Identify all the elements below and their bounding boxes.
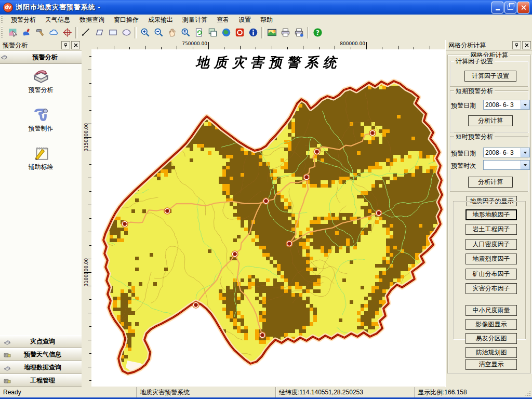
stop-icon [235, 28, 245, 37]
menu-item-3[interactable]: 窗口操作 [109, 15, 143, 25]
panel-close-button[interactable] [522, 41, 531, 49]
tool-item-2[interactable]: 辅助标绘 [0, 144, 82, 171]
ruler-tick [88, 340, 91, 340]
map-layer-button-1[interactable]: 影像图显示 [466, 319, 517, 330]
globe-button[interactable] [220, 26, 232, 39]
factor-settings-button[interactable]: 计算因子设置 [464, 71, 516, 82]
close-button[interactable] [517, 2, 529, 14]
copy-map-icon [208, 28, 218, 37]
map-canvas[interactable] [91, 49, 445, 387]
copy-map-button[interactable] [206, 26, 219, 39]
zoom-in-button[interactable] [139, 26, 151, 39]
pin-button[interactable] [61, 41, 70, 49]
polygon-button[interactable] [93, 26, 105, 39]
title-bar[interactable]: dv 浏阳市地质灾害预警系统 - [0, 0, 532, 15]
factor-button-2[interactable]: 人口密度因子 [466, 239, 517, 250]
dock-bar-2[interactable]: 地理数据查询 [0, 361, 82, 374]
tool-item-label: 预警分析 [29, 86, 54, 95]
map-layer-button-3[interactable]: 防治规划图 [466, 347, 517, 358]
restore-button[interactable] [504, 2, 516, 14]
close-icon [74, 43, 78, 47]
ruler-tick [430, 46, 430, 49]
dock-bar-0[interactable]: 灾点查询 [0, 335, 82, 348]
info-button[interactable] [247, 26, 259, 39]
print-button[interactable] [279, 26, 291, 39]
menu-item-7[interactable]: 设置 [234, 15, 256, 25]
ruler-tick [398, 46, 398, 49]
app-icon: dv [3, 3, 13, 12]
factor-button-1[interactable]: 岩土工程因子 [466, 224, 517, 235]
print-setup-icon [294, 28, 304, 37]
cloud-button[interactable] [47, 26, 60, 39]
chevron-down-icon[interactable] [521, 161, 529, 169]
stamp-icon [0, 52, 8, 62]
map-layer-button-2[interactable]: 易发分区图 [466, 333, 517, 344]
toolbar: ? [0, 25, 532, 41]
polygon-icon [95, 28, 104, 37]
rectangle-button[interactable] [107, 26, 119, 39]
status-bar: Ready 地质灾害预警系统 经纬度:114.140551,28.250253 … [0, 387, 532, 397]
map-layer-button-0[interactable]: 中小尺度雨量 [466, 305, 517, 316]
tool-item-0[interactable]: 预警分析 [0, 67, 82, 95]
print-icon [281, 28, 290, 37]
zoom-extent-button[interactable] [179, 26, 192, 39]
refresh-doc-icon [194, 28, 204, 37]
menu-item-0[interactable]: 预警分析 [6, 15, 41, 25]
right-panel-header: 网格分析计算 [446, 40, 532, 51]
dock-bar-3[interactable]: 工程管理 [0, 374, 82, 387]
ruler-tick [88, 232, 91, 232]
factor-button-0[interactable]: 地形地貌因子 [466, 209, 517, 220]
menu-item-6[interactable]: 查看 [212, 15, 234, 25]
map-viewport[interactable]: 地质灾害预警系统 [91, 49, 445, 387]
short-term-analyze-button[interactable]: 分析计算 [468, 115, 513, 126]
menu-item-1[interactable]: 天气信息 [41, 15, 75, 25]
date-label: 预警日期 [451, 101, 476, 110]
section-header-warning-analysis[interactable]: 预警分析 [0, 51, 82, 64]
zoom-out-button[interactable] [152, 26, 165, 39]
menu-item-8[interactable]: 帮助 [256, 15, 277, 25]
pan-hand-button[interactable] [166, 26, 178, 39]
stop-button[interactable] [233, 26, 246, 39]
ruler-label: 750000.00 [176, 41, 207, 47]
short-term-date-combo[interactable]: 2008- 6- 3 [483, 100, 530, 110]
pin-button[interactable] [512, 41, 521, 49]
paint-button[interactable] [20, 26, 33, 39]
minimize-button[interactable] [491, 2, 503, 14]
menu-item-4[interactable]: 成果输出 [143, 15, 178, 25]
menu-gripper[interactable] [1, 16, 5, 24]
center-target-button[interactable] [61, 26, 73, 39]
dock-bar-1[interactable]: 预警天气信息 [0, 348, 82, 361]
map-select-button[interactable] [7, 26, 19, 39]
factor-button-3[interactable]: 地震烈度因子 [466, 254, 517, 264]
menu-item-2[interactable]: 数据查询 [75, 15, 109, 25]
chevron-down-icon[interactable] [521, 148, 529, 157]
chevron-down-icon[interactable] [521, 100, 529, 109]
ruler-tick [240, 46, 241, 49]
image-view-button[interactable] [265, 26, 278, 39]
left-panel-content: 预警分析预警制作辅助标绘 [0, 64, 82, 335]
refresh-doc-button[interactable] [193, 26, 205, 39]
line-button[interactable] [79, 26, 92, 39]
left-dock-panel: 预警分析 预警分析 预警分析预警制作辅助标绘 灾点查询预警天气信息地理数据查询工… [0, 40, 82, 387]
ellipse-button[interactable] [120, 26, 132, 39]
factor-button-4[interactable]: 矿山分布因子 [466, 269, 517, 280]
factor-button-5[interactable]: 灾害分布因子 [466, 283, 517, 294]
close-icon [525, 43, 529, 47]
toolbar-gripper[interactable] [1, 26, 5, 38]
warning-make-icon [32, 105, 50, 123]
panel-close-button[interactable] [71, 41, 80, 49]
print-setup-button[interactable] [292, 26, 305, 39]
right-dock-panel: 网格分析计算 网格分析计算 计算因子设置 计算因子设置 短期预警分析 预警日期 … [445, 40, 532, 387]
toolbar-separator [261, 27, 263, 38]
tool-item-1[interactable]: 预警制作 [0, 105, 82, 133]
map-layer-button-4[interactable]: 清空显示 [466, 359, 517, 370]
short-time-date-combo[interactable]: 2008- 6- 3 [483, 148, 530, 157]
minimize-icon [496, 9, 500, 10]
cloud-icon [49, 28, 59, 37]
ruler-tick [114, 46, 114, 49]
menu-item-5[interactable]: 测量计算 [178, 15, 212, 25]
hammer-button[interactable] [34, 26, 46, 39]
short-time-times-combo[interactable] [483, 160, 530, 170]
help-button[interactable]: ? [311, 26, 324, 39]
short-time-analyze-button[interactable]: 分析计算 [468, 177, 513, 188]
